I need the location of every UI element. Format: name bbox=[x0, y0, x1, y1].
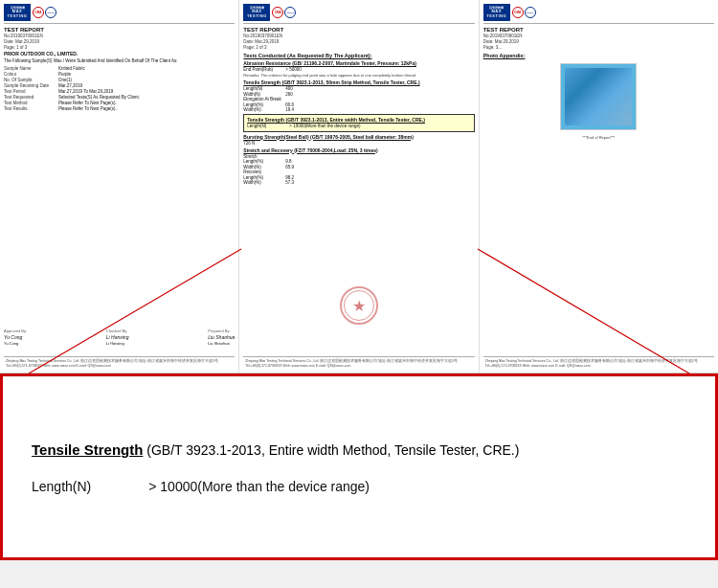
cert-badges-3: CMA CNAS bbox=[512, 7, 536, 18]
abrasion-endpoint-label: End Point(Rub) bbox=[243, 67, 281, 72]
zoom-tensile-bold: Tensile Strength bbox=[32, 441, 143, 458]
bursting-name: Bursting Strength(Steel Ball) bbox=[243, 134, 308, 140]
stretch-length-pct: Length(%) 9.8 bbox=[243, 159, 474, 164]
doc3-date: Date: Mar.29,2019 bbox=[483, 39, 714, 44]
doc1-logo-area: 迈竞思检测MAX TESTING CMA CNAS bbox=[4, 4, 56, 21]
label-test-method: Test Method bbox=[4, 101, 56, 105]
signatures-row-1: Approved By: Yu Cong Yu Cong Checked By:… bbox=[4, 328, 235, 346]
sig-approved-name-print: Yu Cong bbox=[4, 341, 27, 346]
doc1-report-no: No:20190370901EN bbox=[4, 34, 235, 38]
tensile-strip-length: Length(N) 400 bbox=[243, 86, 474, 91]
cnas-badge-1: CNAS bbox=[45, 7, 56, 18]
tensile-entire-name: Tensile Strength bbox=[247, 117, 284, 123]
t-strip-width-value: 260 bbox=[285, 92, 293, 97]
cma-badge-2: CMA bbox=[272, 7, 283, 18]
bursting-title: Bursting Strength(Steel Ball) (GB/T 1997… bbox=[243, 134, 474, 140]
value-test-requested: Selected Tests(S) As Requested By Client… bbox=[58, 95, 140, 100]
zoom-length-label: Length(N) bbox=[32, 479, 91, 494]
cnas-badge-3: CNAS bbox=[525, 7, 536, 18]
value-sample-name: Knitted Fabric bbox=[58, 66, 85, 71]
bursting-value: 726 N bbox=[243, 141, 255, 146]
stretch-title: Stretch and Recovery (FZ/T 70006-2004,Lo… bbox=[243, 147, 474, 153]
recovery-width-value: 57.3 bbox=[285, 180, 294, 185]
doc1-footer: Zhejiang Max Testing Technical Services … bbox=[4, 356, 235, 371]
stretch-width-value: 65.9 bbox=[285, 165, 294, 170]
tensile-entire-title: Tensile Strength (GB/T 3923.1-2013, Enti… bbox=[247, 117, 470, 123]
test-bursting: Bursting Strength(Steel Ball) (GB/T 1997… bbox=[243, 134, 474, 146]
stretch-width-label: Width(%) bbox=[243, 165, 281, 170]
abrasion-standard: (GB/ 21196.2-2007, Martindale Tester, Pr… bbox=[292, 60, 416, 66]
sig-prepared-label: Prepared By: bbox=[208, 328, 235, 333]
doc3-report-no: No:20190370901EN bbox=[483, 34, 714, 38]
t-strip-elongation-label: Elongation At Break bbox=[243, 97, 281, 102]
value-test-results: Please Refer To Next Page(s). bbox=[58, 106, 117, 111]
zoom-length-line: Length(N) > 10000(More than the device r… bbox=[32, 479, 686, 494]
value-colour: Purple bbox=[58, 72, 71, 77]
info-sample-name: Sample Name Knitted Fabric bbox=[4, 66, 235, 71]
zoom-tensile-line: Tensile Strength (GB/T 3923.1-2013, Enti… bbox=[32, 440, 686, 461]
sig-approved-name: Yu Cong bbox=[4, 334, 27, 340]
t-entire-length-label: Length(N) bbox=[247, 124, 285, 128]
t-strip-width-pct-value: 19.4 bbox=[285, 107, 294, 112]
value-receiving-date: Mar.27,2019 bbox=[58, 83, 82, 88]
recovery-header: Recovery bbox=[243, 170, 474, 174]
stretch-length-value: 9.8 bbox=[285, 159, 291, 164]
tensile-strip-title: Tensile Strength (GB/T 3923.1-2013, 50mm… bbox=[243, 79, 474, 85]
abrasion-name: Abrasion Resistance bbox=[243, 60, 290, 66]
t-strip-length-pct-value: 60.6 bbox=[285, 102, 294, 107]
main-container: 迈竞思检测MAX TESTING CMA CNAS TEST REPORT No… bbox=[0, 0, 718, 588]
sig-checked-label: Checked By: bbox=[106, 328, 129, 333]
document-panel-3: 迈竞思检测MAX TESTING CMA CNAS TEST REPORT No… bbox=[480, 0, 718, 373]
sig-approved-label: Approved By: bbox=[4, 328, 27, 333]
tensile-strip-width-pct: Width(%) 19.4 bbox=[243, 107, 474, 112]
doc3-logo-area: 迈竞思检测MAX TESTING CMA CNAS bbox=[483, 4, 536, 21]
value-no-of-sample: One(1) bbox=[58, 78, 72, 82]
recovery-width-label: Width(%) bbox=[243, 180, 281, 185]
sig-prepared-name: Liu Shaohua bbox=[208, 334, 235, 340]
value-test-period: Mar.27,2019 To Mar.29,2019 bbox=[58, 89, 113, 94]
doc2-page: Page: 2 of 3 bbox=[243, 45, 474, 50]
red-stamp-2: ★ bbox=[340, 286, 378, 325]
doc3-footer: Zhejiang Max Testing Technical Services … bbox=[483, 356, 714, 371]
cma-badge-1: CMA bbox=[33, 7, 44, 18]
label-test-period: Test Period bbox=[4, 89, 56, 94]
test-tensile-strip: Tensile Strength (GB/T 3923.1-2013, 50mm… bbox=[243, 79, 474, 112]
doc2-report-no: No:20190370901EN bbox=[243, 34, 474, 38]
test-abrasion: Abrasion Resistance (GB/ 21196.2-2007, M… bbox=[243, 60, 474, 78]
doc2-section-title: Tests Conducted (As Requested By The App… bbox=[243, 53, 474, 58]
sig-prepared-name-print: Liu Shaohua bbox=[208, 341, 235, 346]
doc1-intro: The Following Sample(S) Was / Were Submi… bbox=[4, 58, 235, 63]
document-panel-1: 迈竞思检测MAX TESTING CMA CNAS TEST REPORT No… bbox=[0, 0, 239, 373]
t-strip-length-value: 400 bbox=[285, 86, 293, 91]
info-test-method: Test Method Please Refer To Next Page(s)… bbox=[4, 101, 235, 105]
t-strip-length-pct-label: Length(%) bbox=[243, 102, 281, 107]
label-test-requested: Test Requested bbox=[4, 95, 56, 100]
recovery-header-label: Recovery bbox=[243, 170, 281, 174]
t-strip-width-pct-label: Width(%) bbox=[243, 107, 281, 112]
red-stamp-star-2: ★ bbox=[352, 297, 366, 315]
doc3-report-title: TEST REPORT bbox=[483, 27, 714, 33]
doc1-report-title: TEST REPORT bbox=[4, 27, 235, 33]
sig-checked: Checked By: Li Hanxing Li Hanxing bbox=[106, 328, 129, 346]
max-testing-logo-1: 迈竞思检测MAX TESTING bbox=[4, 4, 31, 21]
zoom-length-value: > 10000(More than the device range) bbox=[148, 479, 370, 494]
info-test-requested: Test Requested Selected Tests(S) As Requ… bbox=[4, 95, 235, 100]
recovery-width-pct: Width(%) 57.3 bbox=[243, 180, 474, 185]
test-stretch: Stretch and Recovery (FZ/T 70006-2004,Lo… bbox=[243, 147, 474, 186]
fabric-image bbox=[565, 68, 632, 125]
zoom-tensile-standard: (GB/T 3923.1-2013, Entire width Method, … bbox=[146, 442, 519, 458]
info-test-results: Test Results Please Refer To Next Page(s… bbox=[4, 106, 235, 111]
cert-badges-1: CMA CNAS bbox=[33, 7, 56, 18]
doc1-signatures: Approved By: Yu Cong Yu Cong Checked By:… bbox=[4, 327, 235, 346]
recovery-length-value: 98.2 bbox=[285, 175, 294, 180]
stretch-length-label: Length(%) bbox=[243, 159, 281, 164]
zoom-highlight-box: Tensile Strength (GB/T 3923.1-2013, Enti… bbox=[0, 373, 718, 560]
doc2-report-title: TEST REPORT bbox=[243, 27, 474, 33]
info-receiving-date: Sample Receiving Date Mar.27,2019 bbox=[4, 83, 235, 88]
doc2-footer: Zhejiang Max Testing Technical Services … bbox=[243, 356, 474, 371]
bursting-standard: (GB/T 19976-2005, Steel ball diameter: 3… bbox=[310, 134, 414, 140]
cnas-badge-2: CNAS bbox=[284, 7, 296, 18]
recovery-length-pct: Length(%) 98.2 bbox=[243, 175, 474, 180]
doc1-date: Date: Mar.29,2019 bbox=[4, 39, 235, 44]
recovery-length-label: Length(%) bbox=[243, 175, 281, 180]
